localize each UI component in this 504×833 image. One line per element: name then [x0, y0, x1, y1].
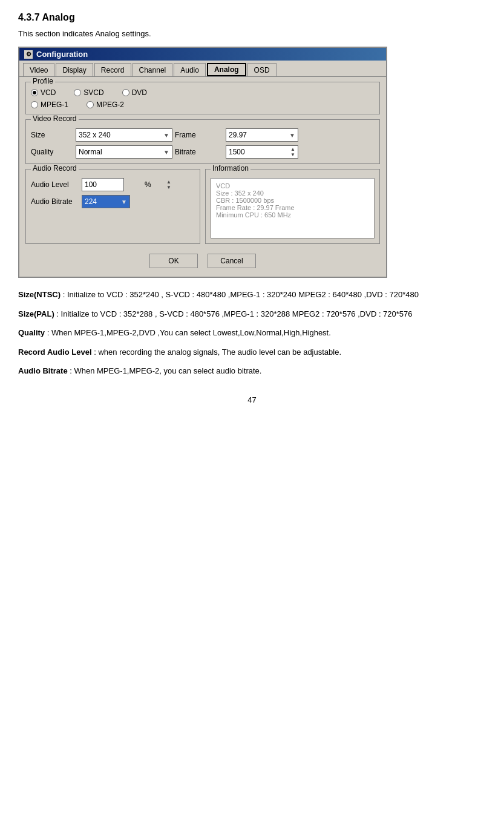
size-pal-bold: Size(PAL): [18, 309, 54, 318]
tab-record[interactable]: Record: [94, 63, 131, 76]
profile-row-1: VCD SVCD DVD: [31, 88, 375, 97]
quality-bold: Quality: [18, 328, 45, 337]
radio-svcd-circle[interactable]: [74, 89, 81, 96]
audio-level-label: Audio Level: [31, 180, 79, 189]
bitrate-up-button[interactable]: ▲: [290, 147, 295, 152]
info-line-1: Size : 352 x 240: [216, 189, 369, 197]
tab-channel[interactable]: Channel: [133, 63, 173, 76]
audio-bitrate-dropdown[interactable]: 224 ▼: [82, 195, 130, 208]
size-ntsc-text: : Initialize to VCD : 352*240 , S-VCD : …: [61, 290, 419, 299]
dialog-icon: ⚙: [24, 50, 33, 59]
audio-record-group-label: Audio Record: [31, 164, 79, 173]
bitrate-label: Bitrate: [175, 148, 223, 156]
information-group-label: Information: [211, 164, 250, 173]
tab-audio[interactable]: Audio: [174, 63, 206, 76]
body-size-pal: Size(PAL) : Initialize to VCD : 352*288 …: [18, 308, 486, 320]
dialog-titlebar: ⚙ Configuration: [19, 48, 386, 61]
quality-dropdown-arrow: ▼: [163, 149, 169, 156]
radio-mpeg1-circle[interactable]: [31, 101, 38, 108]
audio-level-value: 100: [85, 180, 97, 189]
bitrate-spinbox[interactable]: 1500 ▲ ▼: [226, 145, 298, 159]
radio-svcd-label: SVCD: [83, 88, 103, 97]
audio-bitrate-dropdown-arrow: ▼: [121, 199, 127, 205]
quality-value: Normal: [79, 148, 102, 156]
record-audio-bold: Record Audio Level: [18, 347, 92, 357]
info-line-2: CBR : 1500000 bps: [216, 197, 369, 204]
dialog-footer: OK Cancel: [25, 249, 380, 271]
radio-mpeg2-label: MPEG-2: [96, 100, 124, 109]
info-line-4: Minimum CPU : 650 MHz: [216, 211, 369, 219]
information-group: Information VCD Size : 352 x 240 CBR : 1…: [205, 169, 380, 244]
audio-bitrate-value: 224: [85, 197, 97, 206]
radio-vcd-label: VCD: [41, 88, 56, 97]
record-audio-text: : when recording the analog signals, The…: [92, 347, 341, 357]
body-size-ntsc: Size(NTSC) : Initialize to VCD : 352*240…: [18, 289, 486, 301]
tab-osd[interactable]: OSD: [247, 63, 277, 76]
radio-dvd-circle[interactable]: [122, 89, 129, 96]
quality-dropdown[interactable]: Normal ▼: [76, 145, 172, 159]
profile-row-2: MPEG-1 MPEG-2: [31, 100, 375, 109]
quality-label: Quality: [31, 148, 73, 156]
body-quality: Quality : When MPEG-1,MPEG-2,DVD ,You ca…: [18, 327, 486, 339]
quality-text: : When MPEG-1,MPEG-2,DVD ,You can select…: [45, 328, 331, 337]
info-line-0: VCD: [216, 182, 369, 189]
ok-button[interactable]: OK: [149, 254, 198, 268]
size-ntsc-bold: Size(NTSC): [18, 290, 61, 299]
audio-bitrate-text: : When MPEG-1,MPEG-2, you can select aud…: [68, 366, 262, 375]
percent-label: %: [145, 180, 163, 189]
dialog-body: Profile VCD SVCD DVD MPEG-1: [19, 76, 386, 277]
profile-group: Profile VCD SVCD DVD MPEG-1: [25, 82, 380, 114]
size-label: Size: [31, 131, 73, 139]
size-value: 352 x 240: [79, 131, 111, 139]
radio-vcd[interactable]: VCD: [31, 88, 56, 97]
frame-value: 29.97: [229, 131, 247, 139]
radio-vcd-circle[interactable]: [31, 89, 38, 96]
body-record-audio: Record Audio Level : when recording the …: [18, 346, 486, 358]
video-record-group-label: Video Record: [31, 114, 79, 123]
information-content: VCD Size : 352 x 240 CBR : 1500000 bps F…: [211, 178, 375, 239]
info-line-3: Frame Rate : 29.97 Frame: [216, 204, 369, 211]
frame-label: Frame: [175, 131, 223, 139]
audio-level-input[interactable]: 100: [82, 178, 124, 191]
size-dropdown-arrow: ▼: [163, 132, 169, 139]
audio-bitrate-label: Audio Bitrate: [31, 197, 79, 206]
frame-dropdown-arrow: ▼: [289, 132, 295, 139]
audio-bitrate-bold: Audio Bitrate: [18, 366, 68, 375]
body-audio-bitrate: Audio Bitrate : When MPEG-1,MPEG-2, you …: [18, 365, 486, 377]
audio-level-spinbox-buttons: ▲ ▼: [166, 179, 177, 190]
tab-display[interactable]: Display: [56, 63, 93, 76]
audio-record-group: Audio Record Audio Level 100 % ▲ ▼ Audio…: [25, 169, 200, 244]
frame-dropdown[interactable]: 29.97 ▼: [226, 128, 298, 142]
video-record-group: Video Record Size 352 x 240 ▼ Frame 29.9…: [25, 119, 380, 164]
radio-mpeg2-circle[interactable]: [87, 101, 94, 108]
bitrate-value: 1500: [229, 148, 245, 156]
radio-dvd-label: DVD: [132, 88, 147, 97]
audio-level-up-button[interactable]: ▲: [166, 179, 177, 185]
audio-level-down-button[interactable]: ▼: [166, 185, 177, 190]
audio-info-row: Audio Record Audio Level 100 % ▲ ▼ Audio…: [25, 169, 380, 249]
config-dialog: ⚙ Configuration Video Display Record Cha…: [18, 47, 387, 278]
radio-svcd[interactable]: SVCD: [74, 88, 103, 97]
cancel-button[interactable]: Cancel: [208, 254, 256, 268]
video-record-grid: Size 352 x 240 ▼ Frame 29.97 ▼ Quality N…: [31, 128, 375, 159]
audio-record-grid: Audio Level 100 % ▲ ▼ Audio Bitrate 224 …: [31, 178, 195, 208]
radio-dvd[interactable]: DVD: [122, 88, 147, 97]
size-dropdown[interactable]: 352 x 240 ▼: [76, 128, 172, 142]
bitrate-down-button[interactable]: ▼: [290, 152, 295, 157]
dialog-title: Configuration: [36, 50, 88, 59]
bitrate-spinbox-buttons: ▲ ▼: [290, 147, 295, 157]
tab-analog[interactable]: Analog: [207, 63, 246, 76]
size-pal-text: : Initialize to VCD : 352*288 , S-VCD : …: [54, 309, 413, 318]
intro-text: This section indicates Analog settings.: [18, 29, 486, 38]
radio-mpeg1-label: MPEG-1: [41, 100, 68, 109]
profile-group-label: Profile: [31, 77, 55, 85]
tabs-container: Video Display Record Channel Audio Analo…: [19, 61, 386, 76]
page-number: 47: [18, 395, 486, 404]
section-heading: 4.3.7 Analog: [18, 12, 486, 23]
radio-mpeg2[interactable]: MPEG-2: [87, 100, 124, 109]
radio-mpeg1[interactable]: MPEG-1: [31, 100, 68, 109]
tab-video[interactable]: Video: [23, 63, 54, 76]
